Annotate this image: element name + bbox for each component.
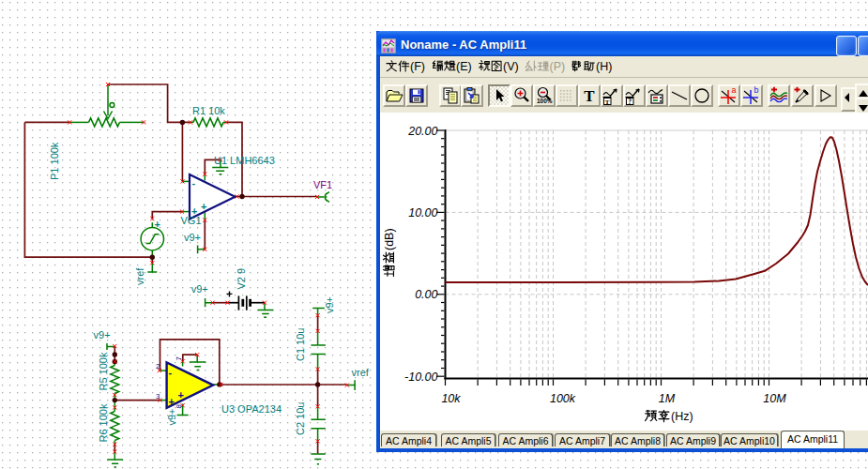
svg-text:+: + <box>201 201 206 212</box>
svg-text:(E): (E) <box>456 60 472 73</box>
svg-text:T: T <box>604 98 609 105</box>
svg-text:20.00: 20.00 <box>407 125 437 138</box>
svg-text:-: - <box>169 367 173 378</box>
svg-text:R1 10k: R1 10k <box>192 105 225 116</box>
svg-text:1M: 1M <box>659 392 676 405</box>
svg-text:(P): (P) <box>550 60 566 73</box>
svg-text:v9+: v9+ <box>191 283 208 295</box>
svg-text:v9+: v9+ <box>166 408 177 425</box>
svg-text:+: + <box>191 205 197 217</box>
svg-text:+: + <box>178 389 184 401</box>
svg-text:10.00: 10.00 <box>408 206 437 219</box>
svg-text:R5 100k: R5 100k <box>98 352 109 390</box>
svg-text:100%: 100% <box>537 98 553 104</box>
svg-text:-: - <box>192 177 196 189</box>
svg-text:vref: vref <box>134 267 145 285</box>
svg-text:10k: 10k <box>441 392 461 405</box>
svg-text:(H): (H) <box>596 60 612 73</box>
svg-text:+: + <box>155 219 160 230</box>
svg-text:10M: 10M <box>763 392 786 405</box>
svg-text:2: 2 <box>156 362 160 371</box>
svg-text:?: ? <box>628 98 632 105</box>
svg-text:b: b <box>754 86 759 95</box>
svg-text:VF1: VF1 <box>313 179 332 190</box>
svg-text:-10.00: -10.00 <box>404 371 437 384</box>
svg-text:C1 10u: C1 10u <box>295 328 306 361</box>
svg-text:T: T <box>584 87 595 105</box>
svg-text:(dB): (dB) <box>383 228 396 250</box>
svg-text:0.00: 0.00 <box>415 288 437 301</box>
svg-text:(Hz): (Hz) <box>671 410 693 423</box>
svg-text:v9+: v9+ <box>184 232 201 243</box>
svg-text:(F): (F) <box>410 60 425 73</box>
svg-text:V2 9: V2 9 <box>236 268 247 290</box>
svg-text:a: a <box>731 86 736 95</box>
svg-text:P1 100k: P1 100k <box>49 142 60 180</box>
svg-text:v9+: v9+ <box>324 296 335 313</box>
svg-text:100k: 100k <box>550 392 576 405</box>
svg-text:vref: vref <box>352 367 370 378</box>
svg-text:R6 100k: R6 100k <box>98 403 109 442</box>
svg-text:C2 10u: C2 10u <box>295 402 306 435</box>
svg-text:U1 LMH6643: U1 LMH6643 <box>214 155 275 166</box>
svg-text:(V): (V) <box>503 60 519 73</box>
svg-text:3: 3 <box>156 392 160 401</box>
svg-text:7: 7 <box>175 356 183 361</box>
svg-text:v9+: v9+ <box>94 329 111 340</box>
svg-text:8: 8 <box>175 404 183 409</box>
svg-text:U3 OPA2134: U3 OPA2134 <box>221 403 282 415</box>
